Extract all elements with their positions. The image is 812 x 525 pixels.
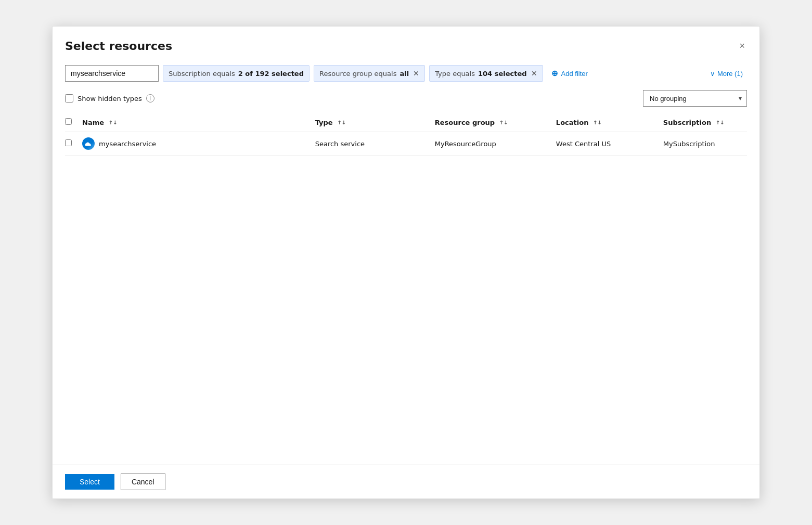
filter-bar: Subscription equals 2 of 192 selected Re…	[53, 61, 759, 88]
resource-group-filter-value: all	[399, 70, 409, 78]
sort-icon-type: ↑↓	[337, 120, 346, 125]
sort-icon-subscription: ↑↓	[716, 120, 725, 125]
select-resources-dialog: Select resources × Subscription equals 2…	[52, 26, 760, 499]
col-header-location[interactable]: Location ↑↓	[552, 113, 659, 132]
col-header-resource-group[interactable]: Resource group ↑↓	[431, 113, 552, 132]
cloud-icon	[82, 137, 95, 150]
more-label: More (1)	[717, 70, 743, 78]
cell-subscription: MySubscription	[659, 132, 747, 156]
type-filter-close[interactable]: ✕	[531, 70, 537, 77]
resource-group-filter-label: Resource group equals	[319, 70, 396, 78]
add-filter-button[interactable]: ⊕ Add filter	[547, 65, 592, 82]
more-button[interactable]: ∨ More (1)	[706, 68, 747, 80]
dialog-footer: Select Cancel	[53, 465, 759, 498]
resources-table: Name ↑↓ Type ↑↓ Resource group ↑↓ Locati…	[65, 113, 747, 156]
subscription-filter-value: 2 of 192 selected	[238, 70, 304, 78]
close-button[interactable]: ×	[737, 39, 747, 53]
row-checkbox[interactable]	[65, 139, 72, 146]
sort-icon-location: ↑↓	[593, 120, 602, 125]
dialog-title: Select resources	[65, 40, 172, 53]
select-button[interactable]: Select	[65, 474, 114, 490]
options-bar: Show hidden types i No grouping Resource…	[53, 88, 759, 113]
select-all-header	[65, 113, 78, 132]
add-filter-label: Add filter	[561, 70, 588, 78]
sort-icon-rg: ↑↓	[499, 120, 508, 125]
filter-chip-resource-group: Resource group equals all ✕	[314, 65, 425, 82]
col-header-name[interactable]: Name ↑↓	[78, 113, 311, 132]
show-hidden-label[interactable]: Show hidden types i	[65, 94, 154, 103]
col-header-type[interactable]: Type ↑↓	[311, 113, 431, 132]
resource-group-filter-close[interactable]: ✕	[413, 70, 419, 77]
type-filter-value: 104 selected	[478, 70, 527, 78]
cell-location: West Central US	[552, 132, 659, 156]
show-hidden-text: Show hidden types	[78, 95, 142, 103]
resource-name: mysearchservice	[99, 140, 156, 148]
type-filter-label: Type equals	[435, 70, 475, 78]
cell-resource-group: MyResourceGroup	[431, 132, 552, 156]
grouping-selector: No grouping Resource group Type Location…	[643, 90, 747, 107]
table-row: mysearchserviceSearch serviceMyResourceG…	[65, 132, 747, 156]
cell-type: Search service	[311, 132, 431, 156]
filter-chip-type: Type equals 104 selected ✕	[429, 65, 543, 82]
search-input[interactable]	[65, 65, 159, 82]
resources-table-container: Name ↑↓ Type ↑↓ Resource group ↑↓ Locati…	[53, 113, 759, 465]
grouping-select[interactable]: No grouping Resource group Type Location…	[643, 90, 747, 107]
add-filter-icon: ⊕	[551, 69, 558, 78]
dialog-header: Select resources ×	[53, 27, 759, 61]
filter-chip-subscription: Subscription equals 2 of 192 selected	[163, 65, 310, 82]
sort-icon-name: ↑↓	[109, 120, 118, 125]
subscription-filter-label: Subscription equals	[169, 70, 235, 78]
cancel-button[interactable]: Cancel	[121, 473, 165, 490]
chevron-down-icon: ∨	[710, 70, 715, 78]
select-all-checkbox[interactable]	[65, 118, 72, 125]
col-header-subscription[interactable]: Subscription ↑↓	[659, 113, 747, 132]
show-hidden-checkbox[interactable]	[65, 94, 73, 103]
info-icon[interactable]: i	[146, 94, 154, 103]
table-header-row: Name ↑↓ Type ↑↓ Resource group ↑↓ Locati…	[65, 113, 747, 132]
cell-name: mysearchservice	[78, 132, 311, 155]
table-body: mysearchserviceSearch serviceMyResourceG…	[65, 132, 747, 156]
